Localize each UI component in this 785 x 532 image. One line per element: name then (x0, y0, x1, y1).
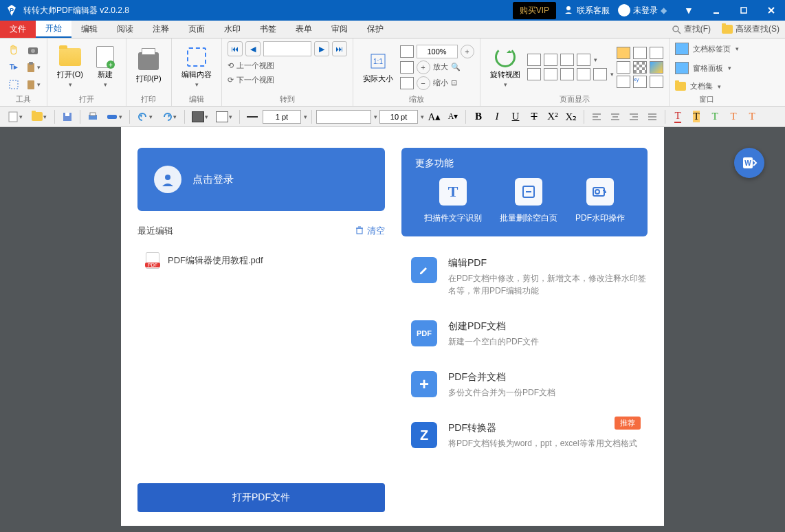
feature-pdf-converter[interactable]: 推荐 Z PDF转换器 将PDF文档转换为word，ppt，excel等常用文档… (411, 422, 648, 450)
word-export-fab[interactable]: W (734, 148, 764, 178)
align-center-button[interactable] (607, 109, 623, 124)
login-card[interactable]: 点击登录 (137, 148, 385, 211)
tab-form[interactable]: 表单 (286, 21, 322, 38)
file-menu[interactable]: 文件 (0, 21, 36, 38)
measure-icon[interactable]: xy (633, 76, 647, 88)
open-folder-button[interactable]: ▾ (28, 109, 50, 124)
redo-button[interactable]: ▾ (158, 109, 180, 124)
new-button[interactable]: + 新建▾ (90, 45, 120, 89)
fit-page-icon[interactable] (400, 45, 414, 58)
line-width-input[interactable] (263, 110, 301, 124)
first-page-button[interactable]: ⏮ (228, 41, 243, 56)
tab-protect[interactable]: 保护 (357, 21, 393, 38)
fill-color-button[interactable]: ▾ (189, 109, 211, 124)
align-right-button[interactable] (626, 109, 642, 124)
scanner-button[interactable]: ▾ (103, 109, 125, 124)
guides-icon[interactable] (650, 47, 663, 59)
line-style-button[interactable] (244, 109, 261, 124)
zoom-out-button[interactable]: −缩小⊡ (400, 76, 474, 90)
save-button[interactable] (59, 109, 76, 124)
feature-edit-pdf[interactable]: 编辑PDF 在PDF文档中修改，剪切，新增文本，修改注释水印签名等，常用PDF编… (411, 257, 648, 297)
ruler-toggle-icon[interactable] (617, 61, 630, 74)
tab-annotate[interactable]: 注释 (143, 21, 179, 38)
zoom-input[interactable] (417, 45, 458, 58)
layout-5-icon[interactable] (593, 68, 607, 80)
layout-4-icon[interactable] (577, 68, 590, 80)
stroke-color-button[interactable]: ▾ (213, 109, 235, 124)
snap-icon[interactable] (617, 76, 630, 88)
tab-watermark[interactable]: 水印 (214, 21, 250, 38)
bold-button[interactable]: B (470, 109, 487, 124)
recent-file-item[interactable]: PDF编辑器使用教程.pdf (137, 252, 385, 269)
undo-button[interactable]: ▾ (134, 109, 156, 124)
tab-bookmark[interactable]: 书签 (250, 21, 286, 38)
window-dropdown-button[interactable]: ▼ (675, 0, 703, 21)
text-effect-2-button[interactable]: T (725, 109, 742, 124)
prev-view-button[interactable]: ⟲上一个视图 (228, 60, 274, 71)
tab-start[interactable]: 开始 (36, 21, 71, 38)
new-doc-button[interactable]: ▾ (4, 109, 26, 124)
zoom-in-button[interactable]: +放大🔍 (400, 60, 474, 74)
actual-size-button[interactable]: 1:1 实际大小 (359, 49, 397, 85)
text-effect-1-button[interactable]: T (707, 109, 723, 124)
tab-page[interactable]: 页面 (179, 21, 214, 38)
layout-1-icon[interactable] (527, 68, 541, 80)
italic-button[interactable]: I (489, 109, 505, 124)
tab-read[interactable]: 阅读 (107, 21, 143, 38)
grid-icon[interactable] (633, 47, 647, 59)
facing-icon[interactable] (560, 54, 574, 66)
font-family-input[interactable] (316, 110, 371, 124)
clipboard-lock-button[interactable]: ▾ (25, 77, 41, 92)
increase-font-button[interactable]: A▴ (426, 109, 443, 124)
docset-button[interactable]: 文档集▾ (675, 80, 739, 93)
print-small-button[interactable] (85, 109, 101, 124)
login-status-button[interactable]: 未登录 ◆ (618, 4, 667, 16)
font-color-button[interactable]: T (670, 109, 686, 124)
doc-tabs-button[interactable]: 文档标签页▾ (675, 41, 739, 56)
panels-button[interactable]: 窗格面板▾ (675, 60, 739, 76)
open-pdf-button[interactable]: 打开PDF文件 (137, 483, 385, 512)
feature-create-pdf[interactable]: PDF 创建PDF文档 新建一个空白的PDF文件 (411, 320, 648, 348)
layout-2-icon[interactable] (544, 68, 557, 80)
decrease-font-button[interactable]: A▾ (445, 109, 461, 124)
clear-recent-button[interactable]: 清空 (355, 225, 385, 237)
continuous-facing-icon[interactable] (577, 54, 590, 66)
underline-button[interactable]: U (507, 109, 524, 124)
font-size-input[interactable] (379, 110, 418, 124)
page-number-input[interactable] (263, 41, 311, 56)
text-effect-3-button[interactable]: T (744, 109, 760, 124)
clipboard-button[interactable]: ▾ (25, 60, 41, 75)
align-left-button[interactable] (588, 109, 605, 124)
strikethrough-button[interactable]: T (526, 109, 542, 124)
print-button[interactable]: 打印(P) (132, 49, 166, 85)
contact-support-button[interactable]: 联系客服 (563, 4, 610, 17)
single-page-icon[interactable] (527, 54, 541, 66)
feature-remove-blank[interactable]: 批量删除空白页 (500, 178, 557, 224)
zoom-in-round-button[interactable]: + (461, 45, 474, 58)
tab-edit[interactable]: 编辑 (71, 21, 107, 38)
highlight-button[interactable]: T (688, 109, 705, 124)
ruler-icon[interactable] (617, 47, 630, 59)
buy-vip-button[interactable]: 购买VIP (513, 2, 556, 19)
minimize-button[interactable] (703, 0, 730, 21)
subscript-button[interactable]: X₂ (563, 109, 579, 124)
maximize-button[interactable] (730, 0, 758, 21)
align-justify-button[interactable] (644, 109, 661, 124)
area-select-button[interactable] (5, 77, 22, 92)
continuous-icon[interactable] (544, 54, 557, 66)
color-guide-icon[interactable] (650, 61, 663, 74)
last-page-button[interactable]: ⏭ (332, 41, 347, 56)
checker-icon[interactable] (633, 61, 647, 74)
prev-page-button[interactable]: ◀ (245, 41, 261, 56)
tab-review[interactable]: 审阅 (322, 21, 357, 38)
text-select-button[interactable]: T▸ (5, 60, 22, 75)
next-view-button[interactable]: ⟳下一个视图 (228, 75, 274, 85)
rotate-view-button[interactable]: 旋转视图▾ (486, 45, 524, 89)
superscript-button[interactable]: X² (544, 109, 561, 124)
edit-content-button[interactable]: 编辑内容▾ (177, 45, 216, 89)
feature-ocr[interactable]: T 扫描件文字识别 (424, 178, 482, 224)
advanced-find-button[interactable]: 高级查找(S) (716, 21, 785, 38)
close-button[interactable] (758, 0, 785, 21)
feature-merge-pdf[interactable]: + PDF合并文档 多份文件合并为一份PDF文档 (411, 371, 648, 399)
layout-3-icon[interactable] (560, 68, 574, 80)
